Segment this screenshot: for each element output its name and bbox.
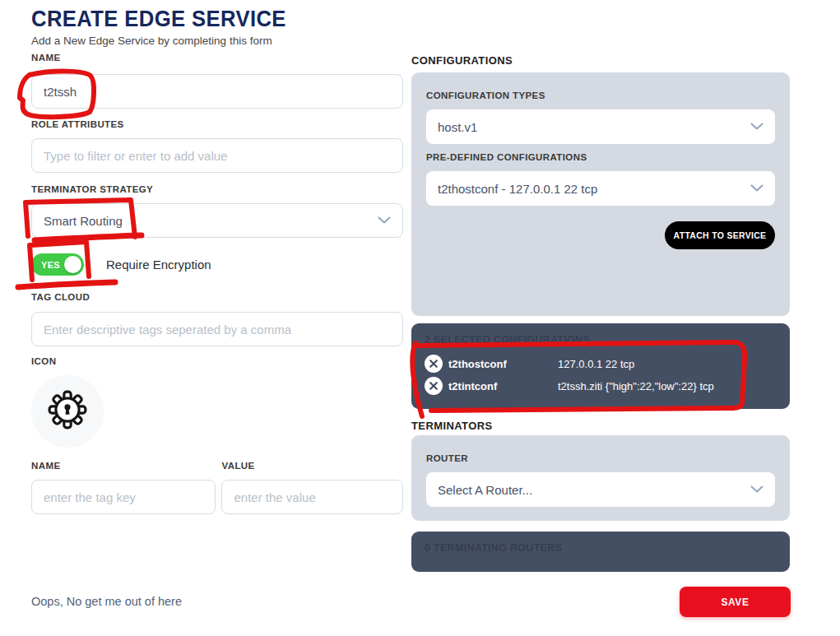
tag-cloud-input[interactable] <box>31 312 403 346</box>
service-icon-picker[interactable] <box>31 375 104 448</box>
icon-label: ICON <box>31 356 403 367</box>
terminator-strategy-label: TERMINATOR STRATEGY <box>31 184 403 195</box>
attach-to-service-button[interactable]: ATTACH TO SERVICE <box>665 221 775 249</box>
selected-configurations-header: 2 SELECTED CONFIGURATIONS <box>425 334 777 346</box>
selected-configurations-panel: 2 SELECTED CONFIGURATIONS t2thostconf 12… <box>411 323 790 409</box>
role-attributes-label: ROLE ATTRIBUTES <box>31 119 403 130</box>
configurations-panel: CONFIGURATION TYPES host.v1 PRE-DEFINED … <box>411 72 790 316</box>
tag-key-label: NAME <box>31 461 216 471</box>
configuration-types-label: CONFIGURATION TYPES <box>426 91 775 101</box>
router-value: Select A Router... <box>438 483 532 497</box>
predefined-configurations-label: PRE-DEFINED CONFIGURATIONS <box>426 152 775 163</box>
configuration-name: t2tintconf <box>448 380 558 392</box>
terminating-routers-header: 0 TERMINATING ROUTERS <box>425 542 777 554</box>
configuration-types-value: host.v1 <box>438 120 477 134</box>
gear-lock-icon <box>47 389 88 434</box>
configuration-detail: t2tssh.ziti {"high":22,"low":22} tcp <box>558 380 714 392</box>
tag-cloud-label: TAG CLOUD <box>31 292 403 303</box>
remove-configuration-icon[interactable] <box>425 377 443 395</box>
chevron-down-icon <box>750 184 763 193</box>
terminators-heading: TERMINATORS <box>411 420 790 432</box>
configuration-detail: 127.0.0.1 22 tcp <box>558 358 634 370</box>
configuration-name: t2thostconf <box>448 358 558 370</box>
role-attributes-input[interactable] <box>31 138 403 173</box>
chevron-down-icon <box>750 123 763 131</box>
cancel-link[interactable]: Oops, No get me out of here <box>31 595 182 608</box>
router-label: ROUTER <box>426 453 775 464</box>
page-title: CREATE EDGE SERVICE <box>31 7 286 32</box>
predefined-configurations-select[interactable]: t2thostconf - 127.0.0.1 22 tcp <box>426 171 775 206</box>
tag-key-input[interactable] <box>31 480 216 514</box>
remove-configuration-icon[interactable] <box>425 355 443 373</box>
configurations-heading: CONFIGURATIONS <box>411 54 790 67</box>
tag-value-label: VALUE <box>221 461 403 471</box>
require-encryption-toggle[interactable]: YES <box>31 253 84 276</box>
page-header: CREATE EDGE SERVICE Add a New Edge Servi… <box>31 7 299 47</box>
terminating-routers-panel: 0 TERMINATING ROUTERS <box>411 532 790 572</box>
selected-configuration-row: t2thostconf 127.0.0.1 22 tcp <box>425 355 777 373</box>
name-label: NAME <box>31 53 403 63</box>
page-subtitle: Add a New Edge Service by completing thi… <box>31 35 299 47</box>
configuration-types-select[interactable]: host.v1 <box>426 109 775 144</box>
chevron-down-icon <box>378 216 391 225</box>
toggle-on-label: YES <box>41 260 60 270</box>
predefined-configurations-value: t2thostconf - 127.0.0.1 22 tcp <box>438 182 597 196</box>
terminators-panel: ROUTER Select A Router... <box>411 435 790 521</box>
terminator-strategy-value: Smart Routing <box>44 214 123 228</box>
chevron-down-icon <box>750 485 763 494</box>
require-encryption-label: Require Encryption <box>106 258 211 272</box>
tag-value-input[interactable] <box>221 480 403 514</box>
save-button[interactable]: SAVE <box>680 587 791 617</box>
name-input[interactable] <box>31 74 403 109</box>
form-left-column: NAME ROLE ATTRIBUTES TERMINATOR STRATEGY… <box>31 53 403 514</box>
form-right-column: CONFIGURATIONS CONFIGURATION TYPES host.… <box>411 54 790 572</box>
toggle-knob-icon <box>64 256 81 273</box>
router-select[interactable]: Select A Router... <box>426 472 775 507</box>
selected-configuration-row: t2tintconf t2tssh.ziti {"high":22,"low":… <box>425 377 777 395</box>
terminator-strategy-select[interactable]: Smart Routing <box>31 203 403 238</box>
